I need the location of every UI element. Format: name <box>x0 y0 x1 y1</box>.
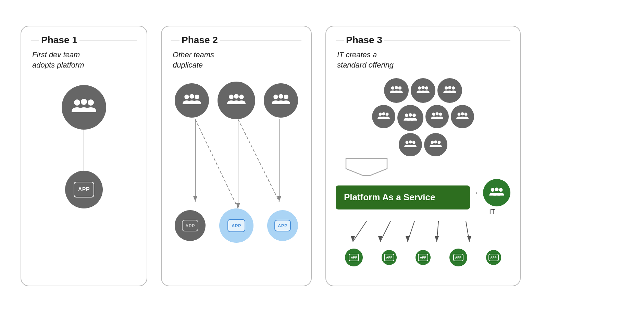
phase3-team9 <box>424 133 447 156</box>
phase1-app-label: APP <box>74 182 94 197</box>
svg-point-20 <box>391 86 394 89</box>
svg-point-22 <box>398 86 401 89</box>
phase3-team8 <box>399 133 422 156</box>
svg-line-52 <box>353 221 367 242</box>
phase1-header: Phase 1 <box>31 35 137 46</box>
p3-people4 <box>377 111 391 122</box>
phase2-subtitle: Other teamsduplicate <box>171 50 214 70</box>
svg-point-49 <box>491 188 495 192</box>
p3-people3 <box>443 85 457 96</box>
phase3-header: Phase 3 <box>336 35 510 46</box>
svg-point-23 <box>418 86 421 89</box>
phase2-spacer <box>171 119 301 208</box>
svg-point-16 <box>239 95 244 99</box>
phase3-app2-label: APP <box>384 254 394 261</box>
phase2-app3: APP <box>267 210 298 241</box>
svg-marker-61 <box>467 236 471 242</box>
phase3-app3: APP <box>416 250 431 265</box>
big-down-arrow-svg <box>343 158 391 176</box>
phase1-content: APP <box>31 85 137 208</box>
it-people-icon <box>488 187 505 199</box>
svg-point-50 <box>495 188 499 191</box>
svg-point-30 <box>382 112 385 116</box>
phase3-app4-label: APP <box>453 254 463 261</box>
svg-point-14 <box>229 95 234 99</box>
svg-marker-59 <box>435 236 439 242</box>
phase3-app2: APP <box>382 250 397 265</box>
svg-point-0 <box>74 99 80 106</box>
svg-point-35 <box>432 113 435 116</box>
svg-point-39 <box>461 112 464 116</box>
svg-point-46 <box>438 141 441 144</box>
svg-point-28 <box>452 86 455 89</box>
phase3-down-arrow <box>336 158 510 176</box>
svg-point-26 <box>445 86 448 89</box>
svg-point-36 <box>436 112 439 116</box>
phase2-line-right <box>220 40 301 40</box>
svg-point-27 <box>448 86 451 89</box>
phase3-app3-label: APP <box>418 254 428 261</box>
svg-point-24 <box>421 86 424 89</box>
svg-point-15 <box>234 94 239 99</box>
phase3-team5 <box>397 105 423 131</box>
phase1-team-circle <box>62 85 106 130</box>
phase3-teams-cloud <box>336 78 510 156</box>
phase3-box: Phase 3 IT creates astandard offering <box>325 26 521 286</box>
phase3-line-left <box>336 40 344 40</box>
phase1-title: Phase 1 <box>39 35 79 46</box>
people-icon-p2t1 <box>182 93 202 108</box>
people-icon-phase1 <box>70 97 98 118</box>
phase2-content: APP APP APP <box>171 82 301 275</box>
p3-people2 <box>416 85 430 96</box>
phase3-app4: APP <box>449 249 467 266</box>
it-text: IT <box>489 208 495 216</box>
people-icon-p2t2 <box>226 93 247 108</box>
svg-point-13 <box>195 95 199 99</box>
svg-point-42 <box>409 141 412 144</box>
phase2-team1 <box>175 83 209 118</box>
svg-point-34 <box>412 114 416 117</box>
svg-point-44 <box>431 141 434 144</box>
svg-point-18 <box>278 94 283 99</box>
phase3-team1 <box>384 78 409 103</box>
svg-point-1 <box>81 99 87 105</box>
phase2-teams-row <box>171 82 301 119</box>
phase3-team3 <box>437 78 462 103</box>
phase3-it-circle <box>483 179 510 206</box>
p3-people5 <box>403 112 418 124</box>
phase1-line-right <box>79 40 137 40</box>
phase2-line-left <box>171 40 179 40</box>
svg-marker-57 <box>406 236 410 242</box>
svg-point-17 <box>273 95 278 99</box>
phase3-teams-row1 <box>339 78 507 103</box>
phase1-line-left <box>31 40 39 40</box>
svg-point-31 <box>386 113 389 116</box>
svg-point-32 <box>405 114 408 117</box>
svg-point-19 <box>284 95 288 99</box>
phase3-app5-label: APP <box>488 254 499 261</box>
paas-row: Platform As a Service ← IT <box>336 179 510 216</box>
svg-point-33 <box>409 113 412 117</box>
p3-people7 <box>456 111 469 122</box>
phase3-apps-row: APP APP APP APP APP <box>336 249 510 266</box>
phase1-app-node: APP <box>65 171 103 208</box>
svg-point-40 <box>465 113 468 116</box>
svg-point-12 <box>189 94 194 99</box>
p3-people8 <box>404 140 417 150</box>
phase3-teams-row3 <box>339 133 507 156</box>
phase3-line-right <box>384 40 510 40</box>
svg-point-51 <box>499 188 503 192</box>
paas-label: Platform As a Service <box>344 192 462 203</box>
diagram-container: Phase 1 First dev teamadopts platform <box>14 19 630 293</box>
phase2-app1-label: APP <box>182 220 198 231</box>
phase3-app5: APP <box>486 250 501 265</box>
p3-people9 <box>429 140 443 150</box>
phase3-subtitle: IT creates astandard offering <box>336 50 394 70</box>
p3-people6 <box>430 111 444 122</box>
phase3-team4 <box>372 105 395 128</box>
it-arrow-row: ← <box>474 179 510 206</box>
phase1-subtitle: First dev teamadopts platform <box>31 50 84 70</box>
svg-point-2 <box>88 99 94 106</box>
phase2-apps-row: APP APP APP <box>171 208 301 243</box>
phase2-box: Phase 2 Other teamsduplicate <box>161 26 312 286</box>
